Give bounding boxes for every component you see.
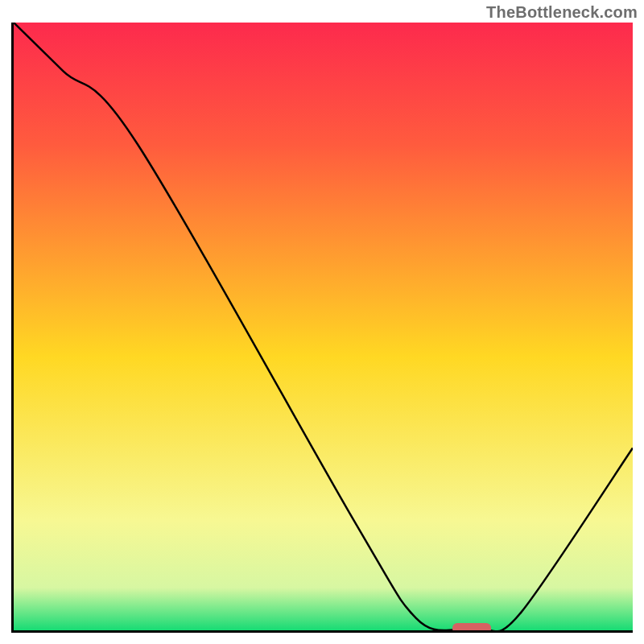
chart-plot-area — [11, 23, 633, 633]
chart-background — [14, 23, 633, 630]
optimal-marker — [452, 623, 491, 630]
watermark-text: TheBottleneck.com — [486, 3, 638, 22]
chart-svg — [14, 23, 633, 630]
